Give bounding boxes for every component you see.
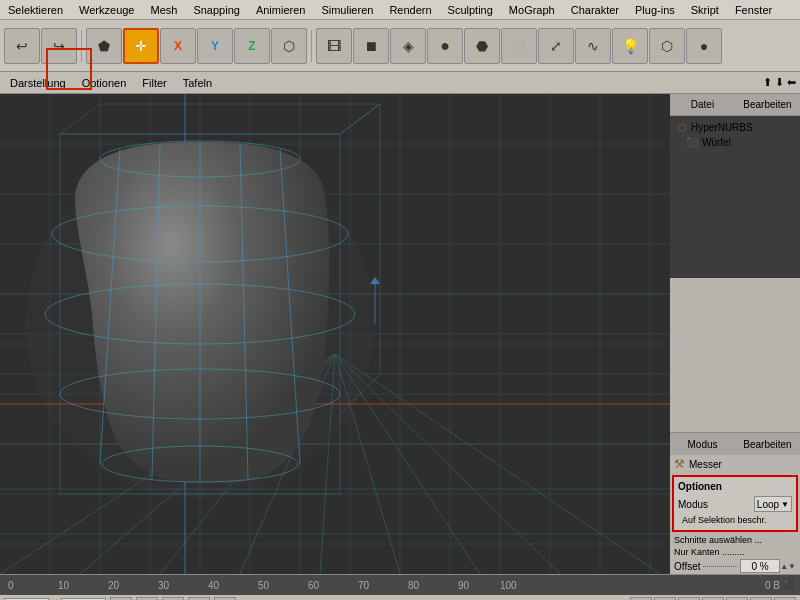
menu-mograph[interactable]: MoGraph bbox=[501, 2, 563, 18]
viewport[interactable] bbox=[0, 94, 670, 574]
rp-wuerfel[interactable]: ⬛ Würfel bbox=[674, 135, 796, 150]
frame-button[interactable]: 🎞 bbox=[316, 28, 352, 64]
nur-kanten-row: Nur Kanten ......... bbox=[670, 546, 800, 558]
sub-filter[interactable]: Filter bbox=[136, 75, 172, 91]
anim1-button[interactable]: ◈ bbox=[390, 28, 426, 64]
menu-plugins[interactable]: Plug-ins bbox=[627, 2, 683, 18]
sub-toolbar: Darstellung Optionen Filter Tafeln ⬆ ⬇ ⬅ bbox=[0, 72, 800, 94]
redo-button[interactable]: ↪ bbox=[41, 28, 77, 64]
menu-snapping[interactable]: Snapping bbox=[185, 2, 248, 18]
sub-optionen[interactable]: Optionen bbox=[76, 75, 133, 91]
rp-tab-bearbeiten2[interactable]: Bearbeiten bbox=[735, 433, 800, 455]
z-axis-button[interactable]: Z bbox=[234, 28, 270, 64]
anim3-button[interactable]: ⬣ bbox=[464, 28, 500, 64]
schnitte-row: Schnitte auswählen ... bbox=[670, 534, 800, 546]
rp-messer-label: Messer bbox=[689, 459, 722, 470]
sub-tafeln[interactable]: Tafeln bbox=[177, 75, 218, 91]
rp-bottom: Modus Bearbeiten ⚒ Messer Optionen Modus… bbox=[670, 432, 800, 574]
right-panel-tabs: Datei Bearbeiten bbox=[670, 94, 800, 116]
viewport-grid bbox=[0, 94, 670, 574]
rp-hypernurbs[interactable]: ⬡ HyperNURBS bbox=[674, 120, 796, 135]
scale-button[interactable]: ⬡ bbox=[271, 28, 307, 64]
rp-messer-row: ⚒ Messer bbox=[670, 455, 800, 473]
rp-wuerfel-label: Würfel bbox=[702, 137, 731, 148]
y-axis-button[interactable]: Y bbox=[197, 28, 233, 64]
rp-tab-modus[interactable]: Modus bbox=[670, 433, 735, 455]
undo-button[interactable]: ↩ bbox=[4, 28, 40, 64]
auf-selektion-row: Auf Selektion beschr. bbox=[678, 514, 792, 526]
ruler-tick-10: 10 bbox=[58, 580, 69, 591]
timeline-bar: 100 B • 100 B ⏮ ⏪ ▶ ⏩ ⏭ ⏺ ⏺ ? ⬡ P ⊞ ⚙ bbox=[0, 595, 800, 600]
record-button[interactable]: ⏹ bbox=[353, 28, 389, 64]
offset-input[interactable]: 0 % bbox=[740, 559, 780, 573]
rp-spacer bbox=[670, 278, 800, 432]
rp-tab-bearbeiten[interactable]: Bearbeiten bbox=[735, 94, 800, 115]
scale2-button[interactable]: ⤢ bbox=[538, 28, 574, 64]
menu-bar: Selektieren Werkzeuge Mesh Snapping Anim… bbox=[0, 0, 800, 20]
rp-tab-datei[interactable]: Datei bbox=[670, 94, 735, 115]
ruler-tick-100: 100 bbox=[500, 580, 517, 591]
ruler-tick-30: 30 bbox=[158, 580, 169, 591]
ruler-tick-80: 80 bbox=[408, 580, 419, 591]
toolbar-group-left: ↩ ↪ bbox=[4, 28, 77, 64]
ruler-tick-20: 20 bbox=[108, 580, 119, 591]
menu-rendern[interactable]: Rendern bbox=[381, 2, 439, 18]
toolbar: ↩ ↪ ⬟ ✛ X Y Z ⬡ 🎞 ⏹ ◈ ● ⬣ ⊙ ⤢ ∿ 💡 ⬡ ● bbox=[0, 20, 800, 72]
scroll-down[interactable]: ▼ bbox=[788, 562, 796, 571]
rp-hypernurbs-label: HyperNURBS bbox=[691, 122, 753, 133]
optionen-modus-row: Modus Loop ▼ bbox=[678, 496, 792, 512]
rotate2-button[interactable]: ⊙ bbox=[501, 28, 537, 64]
ruler-right: 0 B ⬛ bbox=[670, 575, 800, 595]
schnitte-label: Schnitte auswählen ... bbox=[674, 535, 762, 545]
offset-label: Offset bbox=[674, 561, 701, 572]
x-axis-button[interactable]: X bbox=[160, 28, 196, 64]
rp-hypernurbs-icon: ⬡ bbox=[678, 122, 687, 133]
menu-selektieren[interactable]: Selektieren bbox=[0, 2, 71, 18]
offset-dots bbox=[703, 566, 739, 567]
menu-fenster[interactable]: Fenster bbox=[727, 2, 780, 18]
rp-bottom-tabs: Modus Bearbeiten bbox=[670, 433, 800, 455]
ruler-container: 0 10 20 30 40 50 60 70 80 90 100 0 B ⬛ bbox=[0, 575, 800, 595]
move-button[interactable]: ✛ bbox=[123, 28, 159, 64]
optionen-box: Optionen Modus Loop ▼ Auf Selektion besc… bbox=[672, 475, 798, 532]
menu-sculpting[interactable]: Sculpting bbox=[440, 2, 501, 18]
light-button[interactable]: 💡 bbox=[612, 28, 648, 64]
ruler-tick-0: 0 bbox=[8, 580, 14, 591]
anim2-button[interactable]: ● bbox=[427, 28, 463, 64]
sub-toolbar-right: ⬆ ⬇ ⬅ bbox=[763, 76, 796, 89]
bottom-bar: 0 10 20 30 40 50 60 70 80 90 100 0 B ⬛ 1… bbox=[0, 574, 800, 600]
ruler-tick-50: 50 bbox=[258, 580, 269, 591]
menu-werkzeuge[interactable]: Werkzeuge bbox=[71, 2, 142, 18]
magnet-button[interactable]: ∿ bbox=[575, 28, 611, 64]
ruler-tick-40: 40 bbox=[208, 580, 219, 591]
optionen-modus-label: Modus bbox=[678, 499, 754, 510]
menu-charakter[interactable]: Charakter bbox=[563, 2, 627, 18]
scroll-up[interactable]: ▲ bbox=[780, 562, 788, 571]
right-panel: Datei Bearbeiten ⬡ HyperNURBS ⬛ Würfel M… bbox=[670, 94, 800, 574]
ruler-tick-70: 70 bbox=[358, 580, 369, 591]
toolbar-sep-2 bbox=[311, 30, 312, 62]
auf-selektion-label: Auf Selektion beschr. bbox=[682, 515, 767, 525]
menu-skript[interactable]: Skript bbox=[683, 2, 727, 18]
menu-simulieren[interactable]: Simulieren bbox=[313, 2, 381, 18]
ruler-right-icon: ⬛ bbox=[784, 580, 796, 591]
optionen-modus-select[interactable]: Loop ▼ bbox=[754, 496, 792, 512]
toolbar-sep-1 bbox=[81, 30, 82, 62]
ruler-right-label: 0 B bbox=[765, 580, 780, 591]
optionen-modus-value: Loop bbox=[757, 499, 779, 510]
rp-wuerfel-icon: ⬛ bbox=[686, 137, 698, 148]
sub-darstellung[interactable]: Darstellung bbox=[4, 75, 72, 91]
offset-row: Offset 0 % ▲ ▼ bbox=[670, 558, 800, 574]
sub-arrows: ⬆ ⬇ ⬅ bbox=[763, 76, 796, 89]
sphere-button[interactable]: ● bbox=[686, 28, 722, 64]
nur-kanten-label: Nur Kanten ......... bbox=[674, 547, 745, 557]
right-panel-content: ⬡ HyperNURBS ⬛ Würfel bbox=[670, 116, 800, 278]
ruler-bar: 0 10 20 30 40 50 60 70 80 90 100 bbox=[0, 575, 670, 595]
optionen-dropdown-icon: ▼ bbox=[781, 500, 789, 509]
live-button[interactable]: ⬟ bbox=[86, 28, 122, 64]
cam-button[interactable]: ⬡ bbox=[649, 28, 685, 64]
menu-animieren[interactable]: Animieren bbox=[248, 2, 314, 18]
toolbar-group-anim: 🎞 ⏹ ◈ ● ⬣ ⊙ ⤢ ∿ 💡 ⬡ ● bbox=[316, 28, 722, 64]
optionen-title: Optionen bbox=[678, 481, 792, 492]
menu-mesh[interactable]: Mesh bbox=[142, 2, 185, 18]
